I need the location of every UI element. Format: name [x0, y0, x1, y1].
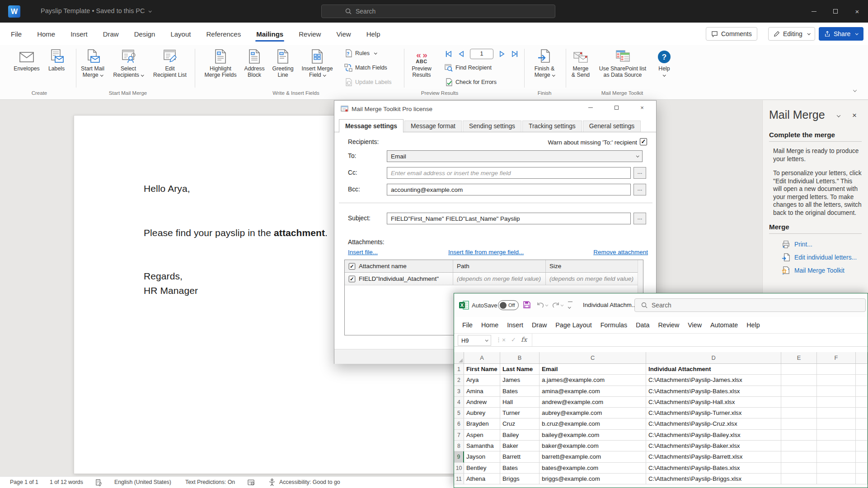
cell-C5[interactable]: aubrey@example.com	[540, 408, 646, 418]
cell-A11[interactable]: Athena	[464, 474, 500, 484]
dialog-tab-general-settings[interactable]: General settings	[583, 121, 641, 132]
cell-A3[interactable]: Amina	[464, 386, 500, 397]
cell-D11[interactable]: C:\Attachments\Payslip-Briggs.xlsx	[646, 474, 781, 484]
maximize-button[interactable]	[825, 0, 846, 23]
cc-input[interactable]: Enter email address or insert the merge …	[387, 167, 631, 179]
name-box[interactable]: H9	[458, 335, 491, 346]
remove-attachment-link[interactable]: Remove attachment	[593, 249, 648, 256]
cell-G1[interactable]	[856, 364, 868, 375]
merge-and-send-button[interactable]: Merge& Send	[568, 47, 594, 78]
print-link[interactable]: Print...	[769, 240, 862, 249]
row-header-2[interactable]: 2	[454, 375, 464, 386]
cell-C8[interactable]: baker@example.com	[540, 441, 646, 451]
cell-A1[interactable]: First Name	[464, 364, 500, 375]
excel-tab-automate[interactable]: Automate	[710, 321, 738, 329]
word-search-box[interactable]: Search	[321, 5, 555, 18]
cell-F4[interactable]	[817, 397, 856, 408]
cell-E4[interactable]	[781, 397, 817, 408]
cell-C11[interactable]: briggs@example.com	[540, 474, 646, 484]
cell-D9[interactable]: C:\Attachments\Payslip-Barrett.xlsx	[646, 451, 781, 462]
save-icon[interactable]	[523, 301, 531, 309]
word-tab-references[interactable]: References	[205, 25, 242, 43]
attachment-row[interactable]: ✓FIELD"Individual_Atachment" (depends on…	[345, 273, 643, 285]
cell-A8[interactable]: Samantha	[464, 441, 500, 451]
cell-C3[interactable]: amina@example.com	[540, 386, 646, 397]
cell-G11[interactable]	[856, 474, 868, 484]
cell-D8[interactable]: C:\Attachments\Payslip-Baker.xlsx	[646, 441, 781, 451]
envelopes-button[interactable]: Envelopes	[12, 47, 42, 72]
cell-D5[interactable]: C:\Attachments\Payslip-Turner.xlsx	[646, 408, 781, 418]
cell-C2[interactable]: a.james@example.com	[540, 375, 646, 386]
cell-D3[interactable]: C:\Attachments\Payslip-Bates.xlsx	[646, 386, 781, 397]
attachment-row-checkbox[interactable]: ✓	[349, 275, 355, 282]
cell-F2[interactable]	[817, 375, 856, 386]
cell-E3[interactable]	[781, 386, 817, 397]
cell-G8[interactable]	[856, 441, 868, 451]
dialog-tab-message-format[interactable]: Message format	[404, 121, 462, 132]
word-tab-view[interactable]: View	[335, 25, 352, 43]
cell-F6[interactable]	[817, 418, 856, 429]
enter-icon[interactable]: ✓	[511, 336, 516, 343]
proofing-icon[interactable]	[95, 479, 102, 486]
share-button[interactable]: Share	[819, 27, 863, 41]
cancel-icon[interactable]: ×	[502, 336, 506, 344]
last-record-button[interactable]	[511, 50, 519, 58]
title-chevron-icon[interactable]	[149, 9, 151, 12]
excel-tab-file[interactable]: File	[462, 321, 473, 329]
cell-B5[interactable]: Turner	[500, 408, 540, 418]
accessibility-status[interactable]: Accessibility: Good to go	[279, 479, 340, 485]
word-tab-insert[interactable]: Insert	[70, 25, 89, 43]
cell-B4[interactable]: Hall	[500, 397, 540, 408]
word-tab-mailings[interactable]: Mailings	[255, 25, 284, 43]
cell-C9[interactable]: barrett@example.com	[540, 451, 646, 462]
greeting-line-button[interactable]: GreetingLine	[270, 47, 296, 78]
insert-merge-field-button[interactable]: Insert MergeField	[298, 47, 336, 78]
cell-G5[interactable]	[856, 408, 868, 418]
cell-F5[interactable]	[817, 408, 856, 418]
cell-D6[interactable]: C:\Attachments\Payslip-Cruz.xlsx	[646, 418, 781, 429]
word-tab-design[interactable]: Design	[133, 25, 156, 43]
row-header-7[interactable]: 7	[454, 430, 464, 441]
cell-B9[interactable]: Barrett	[500, 451, 540, 462]
excel-tab-data[interactable]: Data	[636, 321, 649, 329]
cell-C10[interactable]: bates@example.com	[540, 463, 646, 474]
row-header-6[interactable]: 6	[454, 418, 464, 429]
to-select[interactable]: Email	[387, 150, 643, 162]
cell-B2[interactable]: James	[500, 375, 540, 386]
subject-browse-button[interactable]: ...	[633, 213, 646, 224]
cell-G2[interactable]	[856, 375, 868, 386]
bcc-input[interactable]: accounting@example.com	[387, 184, 631, 195]
next-record-button[interactable]	[498, 50, 506, 58]
word-tab-file[interactable]: File	[10, 25, 23, 43]
cell-A5[interactable]: Aubrey	[464, 408, 500, 418]
cell-D7[interactable]: C:\Attachments\Payslip-Bailey.xlsx	[646, 430, 781, 441]
column-header-c[interactable]: C	[540, 352, 646, 364]
cell-G7[interactable]	[856, 430, 868, 441]
row-header-11[interactable]: 11	[454, 474, 464, 484]
check-for-errors-button[interactable]: Check for Errors	[445, 76, 497, 88]
row-header-10[interactable]: 10	[454, 463, 464, 474]
dialog-tab-sending-settings[interactable]: Sending settings	[463, 121, 521, 132]
page-count[interactable]: Page 1 of 1	[10, 479, 38, 485]
cell-E8[interactable]	[781, 441, 817, 451]
cell-F3[interactable]	[817, 386, 856, 397]
cell-D2[interactable]: C:\Attachments\Payslip-James.xlsx	[646, 375, 781, 386]
word-count[interactable]: 1 of 12 words	[50, 479, 83, 485]
toolkit-help-button[interactable]: ? Help	[654, 47, 674, 78]
formula-input[interactable]	[532, 334, 868, 346]
cell-B11[interactable]: Briggs	[500, 474, 540, 484]
cell-B10[interactable]: Bates	[500, 463, 540, 474]
excel-tab-help[interactable]: Help	[746, 321, 760, 329]
cell-F8[interactable]	[817, 441, 856, 451]
word-tab-home[interactable]: Home	[36, 25, 56, 43]
column-header-b[interactable]: B	[500, 352, 540, 364]
cell-A7[interactable]: Aspen	[464, 430, 500, 441]
record-number-input[interactable]: 1	[470, 49, 493, 59]
cell-F11[interactable]	[817, 474, 856, 484]
pane-chevron-icon[interactable]	[837, 113, 840, 117]
cell-A4[interactable]: Andrew	[464, 397, 500, 408]
use-sharepoint-list-button[interactable]: Use SharePoint listas Data Source	[596, 47, 650, 78]
column-header-e[interactable]: E	[781, 352, 817, 364]
dialog-close-button[interactable]: ×	[632, 101, 652, 114]
cell-G4[interactable]	[856, 397, 868, 408]
